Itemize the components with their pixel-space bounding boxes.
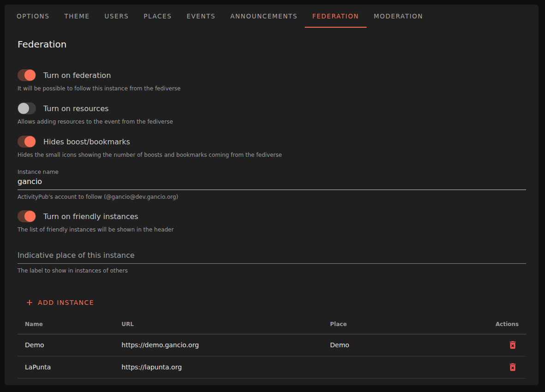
- setting-turn-on-resources: Turn on resources Allows adding resource…: [18, 102, 526, 125]
- federation-toggle-hint: It will be possible to follow this insta…: [18, 85, 526, 92]
- tab-theme[interactable]: THEME: [57, 5, 97, 28]
- trash-icon: [508, 384, 518, 385]
- instances-table-header-row: Name URL Place Actions: [18, 315, 526, 334]
- admin-tabbar: OPTIONS THEME USERS PLACES EVENTS ANNOUN…: [5, 5, 539, 28]
- add-instance-button[interactable]: ADD INSTANCE: [21, 295, 98, 310]
- delete-instance-button[interactable]: [507, 361, 519, 373]
- instance-place-cell: [323, 356, 483, 378]
- instance-name-cell: LaPunta: [18, 356, 114, 378]
- table-row: Gancio https://gancio.cisti.org Torino: [18, 378, 526, 385]
- add-instance-button-label: ADD INSTANCE: [38, 299, 94, 306]
- resources-toggle-hint: Allows adding resources to the event fro…: [18, 119, 526, 125]
- instance-place-cell: Demo: [323, 334, 483, 356]
- trash-icon: [508, 340, 518, 350]
- instance-url-cell: https://lapunta.org: [114, 356, 323, 378]
- resources-toggle-thumb: [18, 103, 29, 114]
- federation-toggle-thumb: [24, 70, 36, 81]
- instance-name-hint: ActivityPub's account to follow (@gancio…: [18, 194, 526, 200]
- instance-name-input[interactable]: [18, 176, 526, 190]
- column-header-name: Name: [18, 315, 114, 334]
- tab-options[interactable]: OPTIONS: [9, 5, 57, 28]
- instance-url-cell: https://demo.gancio.org: [114, 334, 323, 356]
- instance-place-field-group: The label to show in instances of others: [18, 250, 526, 274]
- federation-settings-panel: Federation Turn on federation It will be…: [5, 28, 539, 385]
- plus-icon: [25, 298, 34, 307]
- admin-panel-card: OPTIONS THEME USERS PLACES EVENTS ANNOUN…: [5, 5, 539, 385]
- column-header-actions: Actions: [483, 315, 526, 334]
- instance-place-underline: [18, 263, 526, 264]
- instance-place-hint: The label to show in instances of others: [18, 267, 526, 274]
- friendly-instances-toggle-thumb: [24, 211, 36, 222]
- hide-boosts-toggle-hint: Hides the small icons showing the number…: [18, 152, 526, 158]
- instance-place-input[interactable]: [18, 250, 526, 263]
- setting-friendly-instances: Turn on friendly instances The list of f…: [18, 210, 526, 233]
- instances-table: Name URL Place Actions Demo https://demo…: [18, 315, 526, 385]
- instance-name-underline: [18, 190, 526, 190]
- federation-toggle-label: Turn on federation: [43, 71, 111, 80]
- resources-toggle[interactable]: [18, 102, 36, 114]
- hide-boosts-toggle-label: Hides boost/bookmarks: [43, 137, 130, 146]
- friendly-instances-toggle[interactable]: [18, 210, 36, 222]
- setting-turn-on-federation: Turn on federation It will be possible t…: [18, 69, 526, 92]
- hide-boosts-toggle-thumb: [24, 136, 36, 147]
- instance-name-label: Instance name: [18, 169, 526, 175]
- page-title: Federation: [18, 39, 526, 50]
- table-row: Demo https://demo.gancio.org Demo: [18, 334, 526, 356]
- friendly-instances-toggle-hint: The list of friendly instances will be s…: [18, 226, 526, 233]
- tab-federation[interactable]: FEDERATION: [305, 5, 366, 28]
- column-header-url: URL: [114, 315, 323, 334]
- tab-users[interactable]: USERS: [97, 5, 136, 28]
- tab-places[interactable]: PLACES: [136, 5, 179, 28]
- column-header-place: Place: [323, 315, 483, 334]
- hide-boosts-toggle[interactable]: [18, 136, 36, 148]
- table-row: LaPunta https://lapunta.org: [18, 356, 526, 378]
- tab-events[interactable]: EVENTS: [179, 5, 223, 28]
- delete-instance-button[interactable]: [507, 339, 519, 351]
- trash-icon: [508, 362, 518, 372]
- instance-name-cell: Demo: [18, 334, 114, 356]
- instance-name-field-group: Instance name ActivityPub's account to f…: [18, 169, 526, 200]
- delete-instance-button[interactable]: [507, 383, 519, 385]
- instance-url-cell: https://gancio.cisti.org: [114, 378, 323, 385]
- resources-toggle-label: Turn on resources: [43, 104, 109, 113]
- tab-announcements[interactable]: ANNOUNCEMENTS: [223, 5, 305, 28]
- friendly-instances-toggle-label: Turn on friendly instances: [43, 212, 138, 221]
- federation-toggle[interactable]: [18, 69, 36, 81]
- instance-name-cell: Gancio: [18, 378, 114, 385]
- setting-hide-boosts: Hides boost/bookmarks Hides the small ic…: [18, 136, 526, 158]
- tab-moderation[interactable]: MODERATION: [367, 5, 431, 28]
- instance-place-cell: Torino: [323, 378, 483, 385]
